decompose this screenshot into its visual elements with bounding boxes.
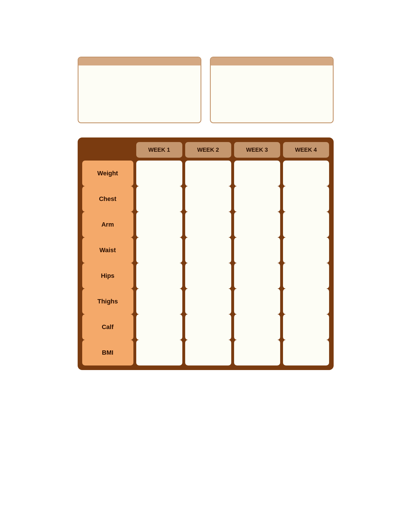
week4-header: WEEK 4	[283, 142, 329, 158]
tracker-row-chest: Chest	[82, 186, 329, 212]
tracker-row-weight: Weight	[82, 161, 329, 186]
cell-bmi-week4[interactable]	[283, 340, 329, 365]
cell-weight-week4[interactable]	[283, 161, 329, 186]
goals-content[interactable]	[79, 65, 201, 122]
tracker-header-row: WEEK 1 WEEK 2 WEEK 3 WEEK 4	[82, 142, 329, 158]
goals-header	[79, 57, 201, 65]
cell-hips-week2[interactable]	[185, 263, 231, 289]
tracker-rows-container: WeightChestArmWaistHipsThighsCalfBMI	[82, 161, 329, 365]
cell-weight-week1[interactable]	[136, 161, 182, 186]
goals-box	[78, 57, 201, 123]
cell-bmi-week2[interactable]	[185, 340, 231, 365]
cell-arm-week1[interactable]	[136, 212, 182, 237]
cell-calf-week1[interactable]	[136, 314, 182, 340]
row-label-weight: Weight	[82, 161, 133, 186]
row-label-bmi: BMI	[82, 340, 133, 365]
row-label-chest: Chest	[82, 186, 133, 212]
page-container: WEEK 1 WEEK 2 WEEK 3 WEEK 4 WeightChestA…	[78, 17, 334, 370]
cell-hips-week1[interactable]	[136, 263, 182, 289]
cell-calf-week4[interactable]	[283, 314, 329, 340]
cell-thighs-week1[interactable]	[136, 289, 182, 314]
cell-hips-week3[interactable]	[234, 263, 280, 289]
cell-waist-week4[interactable]	[283, 237, 329, 263]
week3-header: WEEK 3	[234, 142, 280, 158]
row-label-arm: Arm	[82, 212, 133, 237]
cell-chest-week1[interactable]	[136, 186, 182, 212]
cell-thighs-week2[interactable]	[185, 289, 231, 314]
top-boxes-section	[78, 57, 334, 123]
cell-arm-week4[interactable]	[283, 212, 329, 237]
row-label-thighs: Thighs	[82, 289, 133, 314]
tracker-row-bmi: BMI	[82, 340, 329, 365]
cell-bmi-week3[interactable]	[234, 340, 280, 365]
cell-waist-week1[interactable]	[136, 237, 182, 263]
cell-thighs-week4[interactable]	[283, 289, 329, 314]
row-label-hips: Hips	[82, 263, 133, 289]
cell-chest-week4[interactable]	[283, 186, 329, 212]
cell-weight-week3[interactable]	[234, 161, 280, 186]
action-steps-box	[210, 57, 334, 123]
tracker-row-waist: Waist	[82, 237, 329, 263]
cell-weight-week2[interactable]	[185, 161, 231, 186]
cell-waist-week2[interactable]	[185, 237, 231, 263]
row-label-waist: Waist	[82, 237, 133, 263]
tracker-row-arm: Arm	[82, 212, 329, 237]
tracker-row-calf: Calf	[82, 314, 329, 340]
cell-thighs-week3[interactable]	[234, 289, 280, 314]
cell-bmi-week1[interactable]	[136, 340, 182, 365]
row-label-calf: Calf	[82, 314, 133, 340]
tracker-row-hips: Hips	[82, 263, 329, 289]
cell-calf-week2[interactable]	[185, 314, 231, 340]
cell-chest-week2[interactable]	[185, 186, 231, 212]
cell-chest-week3[interactable]	[234, 186, 280, 212]
tracker-table: WEEK 1 WEEK 2 WEEK 3 WEEK 4 WeightChestA…	[78, 137, 334, 370]
week1-header: WEEK 1	[136, 142, 182, 158]
cell-hips-week4[interactable]	[283, 263, 329, 289]
action-steps-content[interactable]	[211, 65, 333, 122]
cell-calf-week3[interactable]	[234, 314, 280, 340]
cell-waist-week3[interactable]	[234, 237, 280, 263]
tracker-row-thighs: Thighs	[82, 289, 329, 314]
cell-arm-week3[interactable]	[234, 212, 280, 237]
header-spacer	[82, 142, 133, 158]
action-steps-header	[211, 57, 333, 65]
week2-header: WEEK 2	[185, 142, 231, 158]
cell-arm-week2[interactable]	[185, 212, 231, 237]
